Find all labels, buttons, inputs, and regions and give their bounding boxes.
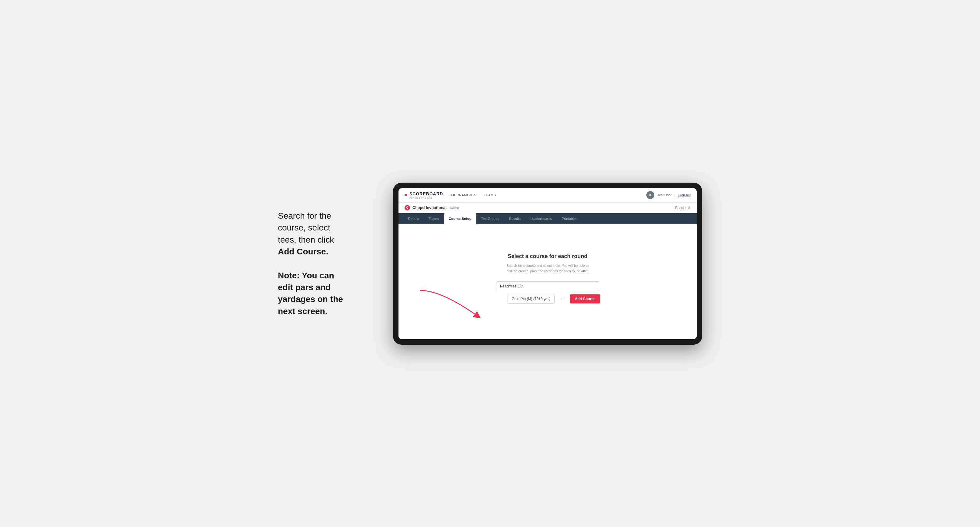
- tee-select-row: Gold (M) (M) (7010 yds) Add Course: [472, 294, 623, 304]
- logo-dot-icon: [404, 194, 407, 196]
- header-left: SCOREBOARD Powered by clippd TOURNAMENTS…: [404, 191, 496, 199]
- arrow-container: Gold (M) (M) (7010 yds) Add Course: [472, 281, 623, 304]
- nav-teams[interactable]: TEAMS: [484, 193, 496, 197]
- annotation-arrow-icon: [417, 287, 484, 324]
- panel-description: Search for a course and select a tee. Yo…: [505, 263, 590, 274]
- add-course-button[interactable]: Add Course: [570, 294, 600, 303]
- tournament-bar: C Clippd Invitational (Men) Cancel ✕: [398, 203, 697, 213]
- tournament-title: Clippd Invitational: [412, 205, 447, 210]
- sign-out-link[interactable]: Sign out: [678, 193, 690, 197]
- panel-title: Select a course for each round: [472, 253, 623, 260]
- tab-details[interactable]: Details: [403, 213, 424, 224]
- main-content: Select a course for each round Search fo…: [398, 224, 697, 339]
- separator: |: [675, 193, 675, 197]
- search-input-wrapper: [472, 281, 623, 291]
- tab-teams[interactable]: Teams: [424, 213, 444, 224]
- logo-text: SCOREBOARD: [409, 191, 443, 196]
- avatar: TU: [646, 191, 654, 199]
- tab-results[interactable]: Results: [504, 213, 526, 224]
- tournament-icon: C: [404, 205, 410, 211]
- logo-sub: Powered by clippd: [409, 197, 443, 199]
- nav-tournaments[interactable]: TOURNAMENTS: [449, 193, 476, 197]
- header-nav: TOURNAMENTS TEAMS: [449, 193, 496, 197]
- tee-select[interactable]: Gold (M) (M) (7010 yds): [508, 294, 555, 304]
- header-right: TU Test User | Sign out: [646, 191, 690, 199]
- user-name: Test User: [657, 193, 671, 197]
- logo-text-block: SCOREBOARD Powered by clippd: [409, 191, 443, 199]
- cancel-button[interactable]: Cancel ✕: [675, 206, 690, 210]
- app-header: SCOREBOARD Powered by clippd TOURNAMENTS…: [398, 188, 697, 203]
- tab-printables[interactable]: Printables: [557, 213, 582, 224]
- tab-course-setup[interactable]: Course Setup: [444, 213, 476, 224]
- note-text: Note: You can edit pars and yardages on …: [278, 270, 375, 317]
- instructions-panel: Search for the course, select tees, then…: [278, 210, 375, 317]
- course-setup-panel: Select a course for each round Search fo…: [472, 253, 623, 303]
- page-wrapper: Search for the course, select tees, then…: [278, 183, 702, 344]
- tournament-subtitle: (Men): [450, 206, 459, 210]
- instruction-text: Search for the course, select tees, then…: [278, 210, 375, 257]
- course-search-input[interactable]: [496, 281, 599, 291]
- tablet-screen: SCOREBOARD Powered by clippd TOURNAMENTS…: [398, 188, 697, 339]
- tee-select-wrapper: Gold (M) (M) (7010 yds): [495, 294, 568, 304]
- tab-leaderboards[interactable]: Leaderboards: [525, 213, 557, 224]
- tournament-name-area: C Clippd Invitational (Men): [404, 205, 459, 211]
- tablet-frame: SCOREBOARD Powered by clippd TOURNAMENTS…: [393, 183, 702, 344]
- tab-tee-groups[interactable]: Tee Groups: [476, 213, 504, 224]
- tab-bar: DetailsTeamsCourse SetupTee GroupsResult…: [398, 213, 697, 224]
- logo-area: SCOREBOARD Powered by clippd: [404, 191, 443, 199]
